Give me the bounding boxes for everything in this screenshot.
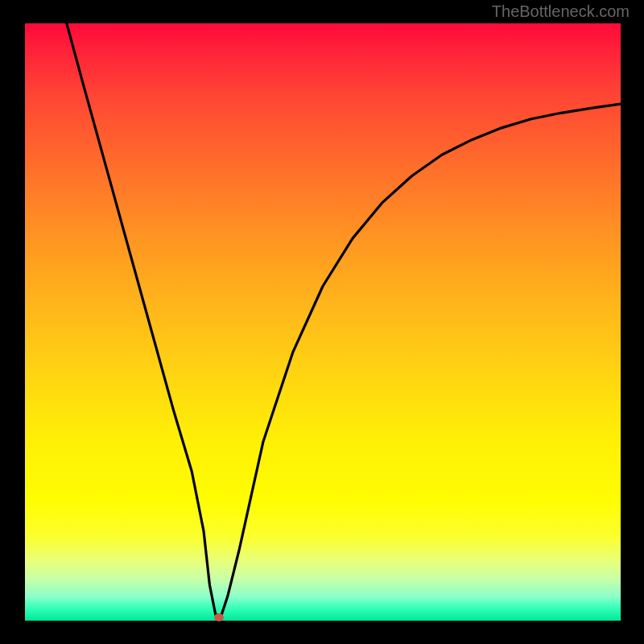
chart-container — [0, 0, 644, 644]
watermark-text: TheBottleneck.com — [492, 2, 630, 21]
bottleneck-curve — [25, 23, 621, 621]
minimum-marker — [214, 613, 224, 621]
